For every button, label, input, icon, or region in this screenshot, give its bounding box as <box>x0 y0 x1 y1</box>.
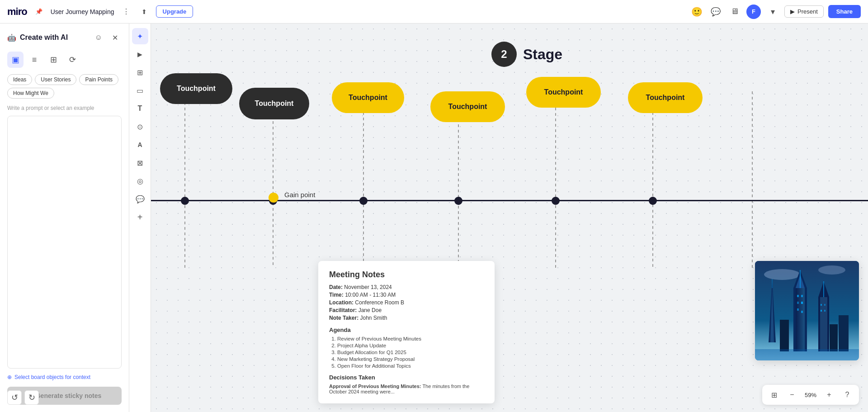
topbar-right: 🙂 💬 🖥 F ▾ ▶ Present Share <box>689 5 861 19</box>
svg-rect-21 <box>797 302 799 304</box>
sidebar-chat-icon[interactable]: ☺ <box>92 31 105 44</box>
select-context-button[interactable]: ⊕ Select board objects for context <box>7 374 122 380</box>
share-upload-icon[interactable]: ⬆ <box>138 5 151 18</box>
stage-label: Stage <box>523 46 562 63</box>
bottom-toolbar: ⊞ − 59% + ? <box>762 385 859 405</box>
sidebar-header-icons: ☺ ✕ <box>92 31 122 44</box>
svg-rect-24 <box>801 311 803 313</box>
location-label: Location: <box>329 299 354 306</box>
dashed-line-7 <box>752 91 753 268</box>
touchpoint-2: Touchpoint <box>239 88 309 119</box>
color-tool-button[interactable]: ◎ <box>132 173 148 189</box>
svg-rect-28 <box>824 310 826 312</box>
canvas-content: 2 Stage Touchpoint Touchpoint Touchpoint… <box>151 24 868 412</box>
svg-rect-20 <box>801 295 803 297</box>
help-button[interactable]: ? <box>840 388 854 402</box>
content-type-icons: ▣ ≡ ⊞ ⟳ <box>7 52 122 68</box>
dashed-line-1 <box>184 91 185 268</box>
gain-dot <box>269 193 278 203</box>
play-icon: ▶ <box>790 8 795 15</box>
text-tool-button[interactable]: T <box>132 100 148 117</box>
facilitator-label: Facilitator: <box>329 307 357 313</box>
add-tool-button[interactable]: + <box>132 209 148 225</box>
pain-points-tag[interactable]: Pain Points <box>79 74 118 85</box>
cursor-tool-button[interactable]: ▶ <box>132 46 148 62</box>
magic-tool-button[interactable]: ✦ <box>132 28 148 44</box>
ideas-tag[interactable]: Ideas <box>7 74 32 85</box>
close-icon[interactable]: ✕ <box>108 31 122 44</box>
agenda-list: Review of Previous Meeting Minutes Proje… <box>329 336 484 369</box>
meeting-location-row: Location: Conference Room B <box>329 299 484 306</box>
pin-icon[interactable]: 📌 <box>33 5 45 18</box>
decisions-preview: Approval of Previous Meeting Minutes: Th… <box>329 384 484 394</box>
decisions-title: Decisions Taken <box>329 374 484 381</box>
touchpoint-4: Touchpoint <box>430 91 505 122</box>
zoom-in-button[interactable]: + <box>822 388 836 402</box>
svg-rect-18 <box>755 349 859 360</box>
futuristic-city-image <box>755 261 859 360</box>
dashed-line-6 <box>652 96 653 268</box>
how-might-we-tag[interactable]: How Might We <box>7 88 54 99</box>
zoom-out-button[interactable]: − <box>785 388 799 402</box>
sticky-note-tab-icon[interactable]: ▣ <box>7 52 24 68</box>
dashed-line-2 <box>273 105 274 268</box>
timeline-line <box>151 200 868 201</box>
svg-point-1 <box>764 269 800 280</box>
emoji-reactions-icon[interactable]: 🙂 <box>689 5 704 19</box>
undo-redo-section: ↺ ↻ <box>7 390 39 405</box>
generate-label: Generate sticky notes <box>36 392 102 399</box>
table-tool-button[interactable]: ⊞ <box>132 64 148 81</box>
more-options-icon[interactable]: ⋮ <box>120 5 132 18</box>
left-toolbar: ✦ ▶ ⊞ ▭ T ⊙ A ⊠ ◎ 💬 + <box>129 24 151 412</box>
time-label: Time: <box>329 292 344 298</box>
topbar: miro 📌 User Journey Mapping ⋮ ⬆ Upgrade … <box>0 0 868 24</box>
touchpoint-5: Touchpoint <box>526 77 601 108</box>
present-button[interactable]: ▶ Present <box>784 5 824 18</box>
svg-rect-23 <box>797 308 799 311</box>
sidebar: 🤖 Create with AI ☺ ✕ ▣ ≡ ⊞ ⟳ Ideas User … <box>0 24 129 412</box>
svg-rect-14 <box>839 315 849 351</box>
shapes-tool-button[interactable]: ⊙ <box>132 118 148 135</box>
facilitator-value: Jane Doe <box>359 307 382 313</box>
grid-view-button[interactable]: ⊞ <box>767 388 781 402</box>
svg-rect-12 <box>780 320 789 351</box>
undo-button[interactable]: ↺ <box>7 390 22 405</box>
date-value: November 13, 2024 <box>344 284 392 290</box>
time-value: 10:00 AM - 11:30 AM <box>345 292 396 298</box>
chat-icon[interactable]: 💬 <box>708 5 723 19</box>
avatar-chevron-icon[interactable]: ▾ <box>765 5 780 19</box>
prompt-input[interactable] <box>7 116 122 369</box>
screen-share-icon[interactable]: 🖥 <box>727 5 742 19</box>
agenda-item-4: New Marketing Strategy Proposal <box>337 356 484 362</box>
touchpoint-3: Touchpoint <box>332 82 404 113</box>
share-button[interactable]: Share <box>828 5 861 18</box>
image-tab-icon[interactable]: ⊞ <box>45 52 61 68</box>
svg-rect-25 <box>821 304 822 306</box>
document-tab-icon[interactable]: ≡ <box>26 52 42 68</box>
connection-tab-icon[interactable]: ⟳ <box>64 52 80 68</box>
font-tool-button[interactable]: A <box>132 137 148 153</box>
stage-header: 2 Stage <box>491 42 562 67</box>
svg-rect-13 <box>830 324 838 351</box>
agenda-title: Agenda <box>329 327 484 333</box>
zoom-level: 59% <box>803 392 818 398</box>
ai-face-icon: 🤖 <box>7 33 16 42</box>
upgrade-button[interactable]: Upgrade <box>156 5 193 18</box>
svg-rect-27 <box>821 310 822 312</box>
redo-button[interactable]: ↻ <box>24 390 39 405</box>
dashed-line-4 <box>458 103 459 270</box>
canvas: 2 Stage Touchpoint Touchpoint Touchpoint… <box>151 24 868 412</box>
dashed-line-5 <box>555 91 556 268</box>
touchpoint-6: Touchpoint <box>628 82 703 113</box>
city-svg <box>755 261 859 360</box>
user-stories-tag[interactable]: User Stories <box>35 74 76 85</box>
agenda-item-3: Budget Allocation for Q1 2025 <box>337 350 484 355</box>
timeline-dot-4 <box>454 197 462 205</box>
stage-number: 2 <box>491 42 517 67</box>
avatar[interactable]: F <box>746 5 761 19</box>
crop-tool-button[interactable]: ⊠ <box>132 155 148 171</box>
sticky-tool-button[interactable]: ▭ <box>132 82 148 99</box>
date-label: Date: <box>329 284 343 290</box>
comment-tool-button[interactable]: 💬 <box>132 191 148 207</box>
touchpoint-1: Touchpoint <box>160 73 232 104</box>
